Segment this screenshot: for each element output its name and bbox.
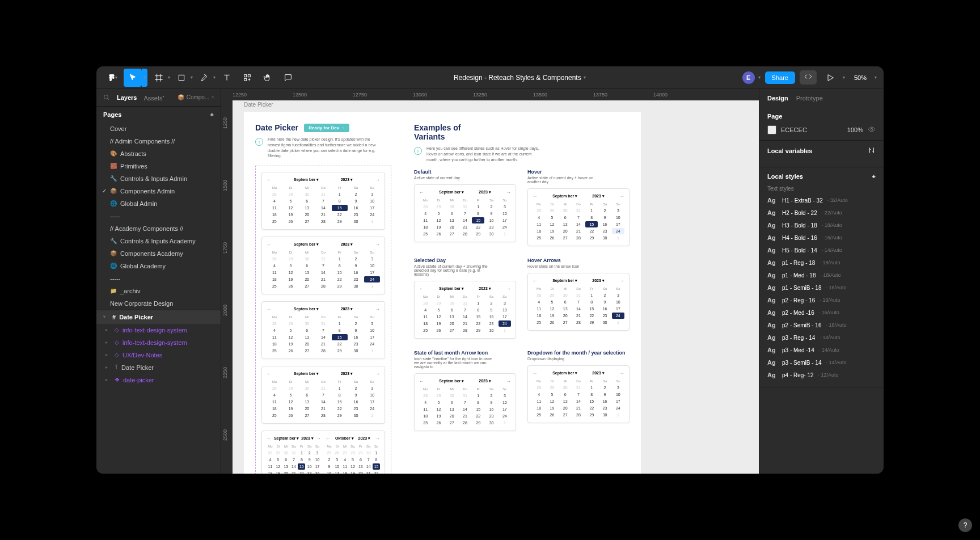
layer-item[interactable]: ▸◇UX/Dev-Notes bbox=[96, 349, 221, 361]
tab-prototype[interactable]: Prototype bbox=[796, 95, 823, 102]
canvas-content[interactable]: Date Picker Date Picker Ready for Dev → … bbox=[233, 100, 759, 474]
color-opacity: 100% bbox=[847, 126, 863, 133]
scrollbar-vertical[interactable] bbox=[753, 112, 758, 395]
layer-item[interactable]: ▸❖date-picker bbox=[96, 374, 221, 386]
background-color-row[interactable]: ECECEC 100% bbox=[767, 125, 876, 134]
layer-item[interactable]: ▸◇info-text-design-system bbox=[96, 324, 221, 336]
share-button[interactable]: Share bbox=[765, 71, 795, 84]
figma-menu-button[interactable]: ▾ bbox=[103, 69, 121, 87]
variant-title: Hover Arrows bbox=[527, 258, 630, 263]
text-style-item[interactable]: AgH3 - Bold - 18 · 18/Auto bbox=[767, 219, 876, 231]
calendar-double[interactable]: ←Septem ber ▾2023 ▾→MoDiMiDoFrSaSo282930… bbox=[261, 431, 385, 474]
text-style-item[interactable]: Agp3 - Med -14 · 14/Auto bbox=[767, 344, 876, 356]
file-title[interactable]: Redesign - Reteach Styles & Components ▾ bbox=[297, 74, 742, 82]
chevron-down-icon[interactable]: ▾ bbox=[168, 75, 170, 80]
chevron-down-icon[interactable]: ▾ bbox=[191, 75, 193, 80]
page-item[interactable]: 🔧Controls & Inputs Academy bbox=[96, 235, 221, 247]
layer-item[interactable]: ▸TDate Picker bbox=[96, 361, 221, 374]
page-item[interactable]: 🌐Global Admin bbox=[96, 197, 221, 210]
page-item[interactable]: 📦Components Admin bbox=[96, 185, 221, 197]
variant-title: State of last month Arrow Icon bbox=[414, 350, 516, 356]
calendar[interactable]: ←Septem ber ▾2023 ▾→MoDiMiDoFrSaSo282930… bbox=[261, 172, 385, 230]
resources-button[interactable] bbox=[238, 69, 256, 87]
frame-tool-button[interactable] bbox=[150, 69, 168, 87]
page-item[interactable]: ----- bbox=[96, 272, 221, 285]
text-style-item[interactable]: Agp3 - Reg - 14 · 14/Auto bbox=[767, 331, 876, 344]
calendar[interactable]: ←Septem ber ▾2023 ▾→MoDiMiDoFrSaSo282930… bbox=[414, 373, 516, 431]
page-item[interactable]: Cover bbox=[96, 123, 221, 135]
calendar[interactable]: ←Septem ber ▾2023 ▾→MoDiMiDoFrSaSo282930… bbox=[261, 301, 385, 359]
page-item[interactable]: ----- bbox=[96, 210, 221, 222]
text-style-item[interactable]: Agp1 - Med - 18 · 18/Auto bbox=[767, 269, 876, 281]
page-selector[interactable]: 📦 Compo... ^ bbox=[178, 94, 214, 100]
text-style-item[interactable]: AgH4 - Bold - 16 · 16/Auto bbox=[767, 231, 876, 244]
move-tool-button[interactable] bbox=[124, 69, 142, 87]
tab-assets[interactable]: Assets• bbox=[143, 94, 164, 102]
left-panel-tabs: Layers Assets• 📦 Compo... ^ bbox=[96, 89, 221, 106]
figma-window: ▾ ▾ ▾ ▾ bbox=[96, 66, 884, 474]
text-style-item[interactable]: Agp4 - Reg- 12 · 12/Auto bbox=[767, 369, 876, 381]
calendar[interactable]: ←Septem ber ▾2023 ▾→MoDiMiDoFrSaSo282930… bbox=[261, 366, 385, 424]
page-item[interactable]: // Academy Components // bbox=[96, 222, 221, 235]
chevron-down-icon[interactable]: ▾ bbox=[142, 69, 147, 87]
dev-mode-button[interactable] bbox=[800, 70, 817, 85]
visibility-icon[interactable] bbox=[868, 125, 876, 134]
chevron-down-icon[interactable]: ▾ bbox=[875, 75, 877, 80]
frame-header[interactable]: ▾ # Date Picker bbox=[96, 310, 221, 324]
pen-tool-button[interactable] bbox=[195, 69, 213, 87]
zoom-level[interactable]: 50% bbox=[850, 74, 871, 81]
page-section: Page ECECEC 100% bbox=[759, 107, 884, 141]
add-page-button[interactable]: + bbox=[210, 111, 214, 118]
present-button[interactable] bbox=[821, 69, 839, 87]
color-swatch[interactable] bbox=[767, 125, 776, 134]
calendar[interactable]: ←Septem ber ▾2023 ▾→MoDiMiDoFrSaSo282930… bbox=[414, 281, 516, 339]
calendar[interactable]: ←Septem ber ▾2023 ▾→MoDiMiDoFrSaSo282930… bbox=[414, 184, 516, 242]
page-item[interactable]: 🎨Abstracts bbox=[96, 147, 221, 160]
text-style-item[interactable]: Agp1 - Reg - 18 · 18/Auto bbox=[767, 256, 876, 269]
calendar[interactable]: ←Septem ber ▾2023 ▾→MoDiMiDoFrSaSo282930… bbox=[527, 273, 630, 331]
text-style-item[interactable]: AgH1 - ExtraB - 32 · 32/Auto bbox=[767, 194, 876, 206]
settings-icon[interactable] bbox=[868, 146, 876, 155]
text-style-item[interactable]: Agp2 - Reg - 16 · 16/Auto bbox=[767, 294, 876, 306]
tab-design[interactable]: Design bbox=[767, 95, 788, 102]
calendar[interactable]: ←Septem ber ▾2023 ▾→MoDiMiDoFrSaSo282930… bbox=[527, 365, 630, 423]
ready-for-dev-badge: Ready for Dev → bbox=[304, 124, 349, 132]
avatar[interactable]: E bbox=[742, 71, 755, 84]
calendar[interactable]: ←Septem ber ▾2023 ▾→MoDiMiDoFrSaSo282930… bbox=[527, 188, 630, 246]
variant-desc: Hover state on the arrow icon bbox=[527, 264, 607, 268]
add-style-button[interactable]: + bbox=[872, 173, 876, 180]
canvas[interactable]: 1225012500127501300013250135001375014000… bbox=[221, 89, 759, 474]
text-style-item[interactable]: Agp3 - SemiB - 14 · 14/Auto bbox=[767, 356, 876, 369]
comment-tool-button[interactable] bbox=[279, 69, 297, 87]
text-style-item[interactable]: Agp2 - Med -16 · 16/Auto bbox=[767, 306, 876, 319]
pen-icon bbox=[200, 73, 209, 82]
page-item[interactable]: 🔧Controls & Inputs Admin bbox=[96, 172, 221, 185]
chevron-down-icon[interactable]: ▾ bbox=[213, 75, 216, 80]
text-style-item[interactable]: AgH2 - Bold - 22 · 22/Auto bbox=[767, 206, 876, 219]
text-style-item[interactable]: Agp2 - SemiB - 16 · 16/Auto bbox=[767, 319, 876, 331]
tab-layers[interactable]: Layers bbox=[117, 94, 137, 101]
page-item[interactable]: // Admin Components // bbox=[96, 135, 221, 147]
page-item[interactable]: 🧱Primitives bbox=[96, 160, 221, 172]
shape-tool-button[interactable] bbox=[172, 69, 191, 87]
hand-tool-button[interactable] bbox=[259, 69, 277, 87]
text-style-item[interactable]: AgH5 - Bold - 14 · 14/Auto bbox=[767, 244, 876, 256]
right-panel-tabs: Design Prototype bbox=[759, 89, 884, 107]
layer-list: ▸◇info-text-design-system▸◇info-text-des… bbox=[96, 324, 221, 386]
page-item[interactable]: 📁_archiv bbox=[96, 285, 221, 297]
page-item[interactable]: 🌐Global Academy bbox=[96, 260, 221, 272]
calendar[interactable]: ←Septem ber ▾2023 ▾→MoDiMiDoFrSaSo282930… bbox=[261, 237, 385, 294]
variant-title: Hover bbox=[527, 169, 630, 175]
rectangle-icon bbox=[177, 73, 186, 82]
text-tool-button[interactable] bbox=[218, 69, 236, 87]
local-variables-section[interactable]: Local variables bbox=[759, 141, 884, 167]
page-item[interactable]: New Corporate Design bbox=[96, 297, 221, 310]
chevron-down-icon[interactable]: ▾ bbox=[758, 75, 761, 80]
text-style-item[interactable]: Agp1 - SemiB - 18 · 18/Auto bbox=[767, 281, 876, 294]
chevron-down-icon[interactable]: ▾ bbox=[843, 75, 845, 80]
page-item[interactable]: 📦Components Academy bbox=[96, 247, 221, 260]
artboard-date-picker[interactable]: Date Picker Date Picker Ready for Dev → … bbox=[244, 112, 641, 474]
titlebar: ▾ ▾ ▾ ▾ bbox=[96, 66, 884, 89]
search-icon[interactable] bbox=[103, 94, 110, 101]
layer-item[interactable]: ▸◇info-text-design-system bbox=[96, 336, 221, 349]
